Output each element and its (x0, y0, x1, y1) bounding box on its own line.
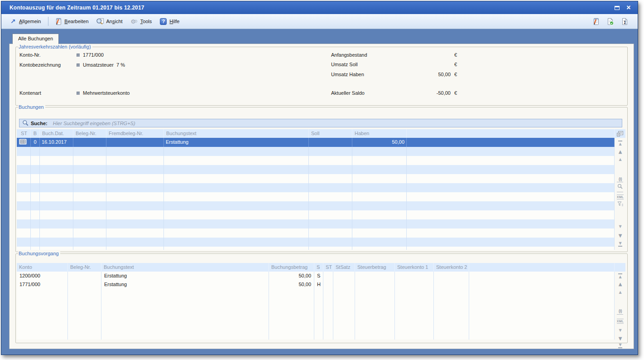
booking-row-empty[interactable] (17, 201, 615, 210)
booking-row-empty[interactable] (17, 165, 615, 174)
column-header-filler[interactable] (407, 129, 615, 138)
voucher-cell[interactable] (355, 272, 394, 280)
voucher-cell[interactable]: 50,00 (269, 272, 314, 280)
voucher-cell[interactable]: 50,00 (269, 280, 314, 289)
document-check-icon[interactable] (606, 17, 614, 25)
search-input[interactable]: Suche: Hier Suchbegriff eingeben (STRG+S… (19, 119, 622, 127)
cell-text (164, 229, 309, 238)
move-up-icon[interactable]: ▲ (615, 150, 625, 154)
restore-button[interactable] (613, 4, 620, 11)
voucher-cell[interactable] (395, 272, 433, 280)
booking-row-empty[interactable] (17, 247, 615, 250)
column-header-Buch.Dat.[interactable]: Buch.Dat. (40, 129, 73, 138)
column-header-Buchungstext[interactable]: Buchungstext (164, 129, 309, 138)
voucher-cell[interactable] (434, 280, 469, 289)
booking-row-empty[interactable] (17, 147, 615, 156)
voucher-cell[interactable] (469, 272, 614, 280)
scroll-bottom-icon[interactable]: ▼ (615, 241, 625, 247)
cell-fremdbeleg (106, 219, 164, 229)
column-header-Steuerbetrag[interactable]: Steuerbetrag (355, 263, 395, 272)
voucher-cell[interactable]: H (314, 280, 323, 289)
booking-row-empty[interactable] (17, 192, 615, 201)
column-header-ST[interactable]: ST (323, 263, 333, 272)
cell-date (40, 147, 73, 156)
voucher-cell[interactable] (469, 280, 614, 289)
move-down-icon[interactable]: ▼ (615, 234, 625, 238)
step-up-icon[interactable]: ▲ (615, 157, 625, 161)
grid-search-icon[interactable] (615, 184, 625, 190)
booking-row-empty[interactable] (17, 174, 615, 183)
cell-b (31, 174, 40, 183)
column-header-S[interactable]: S (314, 263, 323, 272)
booking-row-empty[interactable] (17, 183, 615, 192)
column-header-Soll[interactable]: Soll (309, 129, 352, 138)
column-header-Fremdbeleg-Nr.[interactable]: Fremdbeleg-Nr. (106, 129, 164, 138)
record-indicator-icon[interactable]: (I) (615, 176, 625, 181)
scroll-top-icon[interactable]: ▲ (615, 140, 625, 146)
column-header-Konto[interactable]: Konto (17, 263, 68, 272)
column-header-Haben[interactable]: Haben (352, 129, 407, 138)
scroll-top-icon[interactable]: ▲ (615, 273, 625, 279)
filter-icon[interactable] (615, 201, 625, 208)
groupbox-buchungsvorgang: Buchungsvorgang KontoBeleg-Nr.Buchungste… (15, 253, 628, 343)
column-header-Beleg-Nr.[interactable]: Beleg-Nr. (68, 263, 101, 272)
edit-note-icon[interactable] (591, 17, 600, 25)
menu-item-hilfe[interactable]: ?Hilfe (159, 17, 179, 25)
tab-alle-buchungen[interactable]: Alle Buchungen (12, 34, 59, 44)
grid-button-icon[interactable] (17, 138, 31, 147)
step-down-icon[interactable]: ▼ (615, 224, 625, 229)
voucher-cell[interactable]: 1200/000 (17, 272, 67, 280)
column-header-B[interactable]: B (31, 129, 40, 138)
column-header-Buchungsbetrag[interactable]: Buchungsbetrag (269, 263, 314, 272)
voucher-cell[interactable] (395, 280, 433, 289)
menu-item-ansicht[interactable]: Ansicht (96, 17, 123, 25)
step-up-icon[interactable]: ▲ (615, 290, 625, 294)
cell-soll (309, 174, 352, 183)
voucher-column: 50,0050,00 (269, 272, 314, 340)
xml-icon[interactable]: XML (615, 318, 625, 324)
booking-row-empty[interactable] (17, 156, 615, 165)
menu-item-bearbeiten[interactable]: Bearbeiten (54, 17, 88, 25)
column-header-Steuerkonto 2[interactable]: Steuerkonto 2 (434, 263, 469, 272)
arrow-up-right-icon: ↗ (9, 17, 17, 25)
voucher-cell[interactable]: S (314, 272, 323, 280)
menu-item-tools[interactable]: ⚙⚙Tools (130, 17, 152, 25)
menu-item-allgemein[interactable]: ↗Allgemein (9, 17, 41, 25)
voucher-cell[interactable] (333, 280, 355, 289)
voucher-cell[interactable] (333, 272, 355, 280)
voucher-cell[interactable]: 1771/000 (17, 280, 67, 289)
booking-row-empty[interactable] (17, 238, 615, 247)
document-sum-icon[interactable]: Σ (620, 17, 629, 25)
column-header-Beleg-Nr.[interactable]: Beleg-Nr. (73, 129, 106, 138)
voucher-cell[interactable]: Erstattung (101, 280, 269, 289)
move-down-icon[interactable]: ▼ (615, 336, 625, 341)
column-header-filler[interactable] (469, 263, 615, 272)
search-label: Suche: (31, 121, 48, 126)
column-header-Buchungstext[interactable]: Buchungstext (101, 263, 269, 272)
voucher-cell[interactable] (68, 280, 101, 289)
close-button[interactable]: × (625, 4, 632, 11)
cell-soll (309, 238, 352, 247)
booking-row-empty[interactable] (17, 229, 615, 238)
booking-row-empty[interactable] (17, 219, 615, 229)
voucher-column (434, 272, 469, 340)
column-header-ST[interactable]: ST (17, 129, 31, 138)
column-header-Steuerkonto 1[interactable]: Steuerkonto 1 (395, 263, 434, 272)
cell-haben (352, 219, 407, 229)
booking-row-selected[interactable]: 016.10.2017Erstattung50,00 (17, 138, 615, 147)
column-header-StSatz[interactable]: StSatz (333, 263, 355, 272)
xml-icon[interactable]: XML (615, 194, 625, 199)
cell-soll (309, 229, 352, 238)
scroll-bottom-icon[interactable]: ▼ (615, 343, 625, 349)
voucher-cell[interactable]: Erstattung (101, 272, 269, 280)
voucher-cell[interactable] (434, 272, 469, 280)
voucher-cell[interactable] (323, 280, 333, 289)
booking-row-empty[interactable] (17, 210, 615, 219)
record-indicator-icon[interactable]: (I) (615, 308, 625, 313)
move-up-icon[interactable]: ▲ (615, 282, 625, 287)
voucher-cell[interactable] (68, 272, 101, 280)
voucher-cell[interactable] (355, 280, 394, 289)
voucher-cell[interactable] (323, 272, 333, 280)
step-down-icon[interactable]: ▼ (615, 328, 625, 332)
cell-beleg (73, 192, 106, 201)
